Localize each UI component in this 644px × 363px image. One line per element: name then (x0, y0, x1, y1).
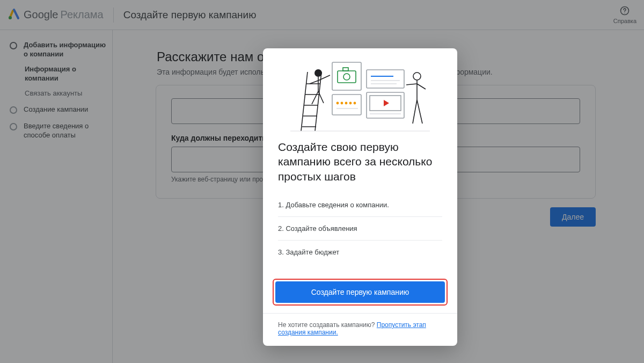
modal-heading: Создайте свою первую кампанию всего за н… (278, 140, 442, 184)
svg-rect-15 (332, 95, 361, 115)
svg-rect-11 (332, 62, 361, 90)
svg-point-16 (336, 102, 338, 104)
svg-rect-12 (338, 71, 356, 83)
modal-footer: Не хотите создавать кампанию? Пропустить… (263, 313, 457, 346)
svg-point-10 (314, 69, 322, 77)
onboarding-illustration (263, 48, 457, 140)
modal-step-2: 2. Создайте объявления (278, 217, 442, 241)
cta-highlight-annotation: Создайте первую кампанию (273, 279, 448, 306)
svg-point-19 (349, 102, 351, 104)
onboarding-modal: Создайте свою первую кампанию всего за н… (263, 48, 457, 346)
svg-line-3 (301, 72, 308, 131)
svg-rect-22 (367, 70, 404, 88)
modal-step-1: 1. Добавьте сведения о компании. (278, 193, 442, 217)
svg-point-20 (354, 102, 355, 104)
modal-step-3: 3. Задайте бюджет (278, 241, 442, 266)
modal-footer-text: Не хотите создавать кампанию? (278, 321, 377, 329)
svg-point-14 (343, 74, 350, 80)
svg-rect-13 (343, 68, 348, 71)
create-first-campaign-button[interactable]: Создайте первую кампанию (275, 281, 445, 303)
svg-point-29 (413, 72, 421, 80)
svg-point-18 (345, 102, 347, 104)
svg-point-17 (341, 102, 342, 104)
